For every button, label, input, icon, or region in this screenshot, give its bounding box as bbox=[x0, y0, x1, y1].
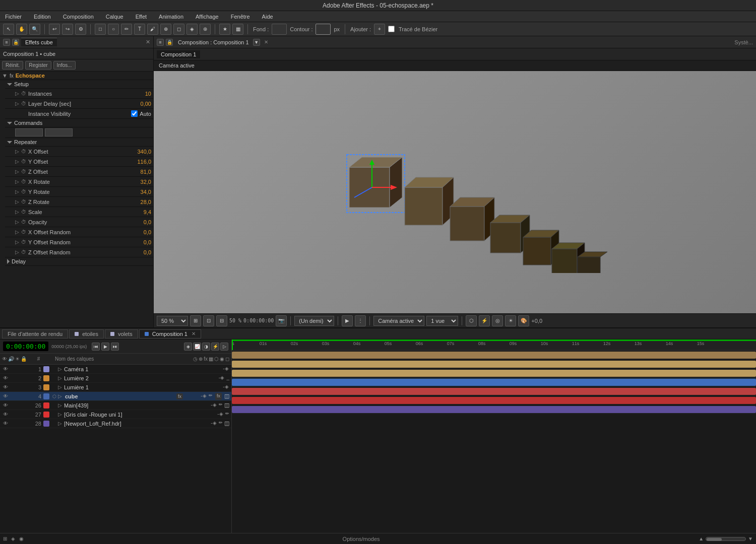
menu-aide[interactable]: Aide bbox=[259, 13, 276, 21]
graph-editor-btn[interactable]: 📈 bbox=[193, 343, 201, 351]
rouge-expand-icon[interactable]: ▷ bbox=[58, 412, 63, 417]
layer-lumiere1[interactable]: 👁 3 ▷ Lumière 1 -◈ bbox=[0, 383, 231, 392]
cube-expand-icon[interactable]: ▷ bbox=[58, 393, 63, 399]
viewer-color-btn[interactable]: 🎨 bbox=[518, 315, 529, 326]
z-rotate-value[interactable]: 28,0 bbox=[131, 199, 151, 205]
tool-pen[interactable]: ✏ bbox=[121, 24, 132, 35]
tool-undo[interactable]: ↩ bbox=[49, 24, 60, 35]
scroll-up-btn[interactable]: ▲ bbox=[699, 536, 704, 541]
timeline-ruler[interactable]: 0s 01s 02s 03s 04s 05s 06s 07s 08s 09s 1… bbox=[232, 339, 756, 351]
scroll-bar[interactable] bbox=[706, 537, 746, 541]
viewer-fast-btn[interactable]: ⚡ bbox=[479, 315, 490, 326]
viewer-motion-btn[interactable]: ◎ bbox=[492, 315, 503, 326]
lumiere2-expand-icon[interactable]: ▷ bbox=[58, 375, 63, 381]
x-offset-random-value[interactable]: 0,0 bbox=[131, 229, 151, 235]
viewer-exposure-btn[interactable]: ☀ bbox=[505, 315, 516, 326]
tool-align[interactable]: ▦ bbox=[232, 24, 243, 35]
add-marker-btn[interactable]: ◈ bbox=[184, 343, 192, 351]
tool-brush[interactable]: 🖌 bbox=[147, 24, 158, 35]
camera-dropdown[interactable]: Caméra active bbox=[373, 316, 424, 326]
tab-etoiles[interactable]: etoiles bbox=[69, 329, 104, 338]
views-dropdown[interactable]: 1 vue 2 vues bbox=[426, 316, 458, 326]
panel-lock-btn[interactable]: 🔒 bbox=[12, 39, 19, 46]
tab-render-queue[interactable]: File d'attente de rendu bbox=[2, 329, 68, 338]
setup-header[interactable]: Setup bbox=[5, 80, 153, 89]
menu-fenetre[interactable]: Fenêtre bbox=[228, 13, 253, 21]
panel-menu-btn[interactable]: ≡ bbox=[3, 39, 10, 46]
menu-affichage[interactable]: Affichage bbox=[193, 13, 222, 21]
draft-btn[interactable]: ⚡ bbox=[211, 343, 219, 351]
viewer-fit-btn[interactable]: ⊞ bbox=[190, 315, 201, 326]
y-offset-value[interactable]: 116,0 bbox=[131, 159, 151, 165]
scroll-down-btn[interactable]: ▼ bbox=[748, 536, 753, 541]
instance-vis-checkbox[interactable] bbox=[131, 110, 138, 117]
layer-cube[interactable]: 👁 4 ⬡ ▷ cube fx -◈ ✏ fx ◫ bbox=[0, 392, 231, 401]
tab-volets[interactable]: volets bbox=[105, 329, 138, 338]
motion-blur-btn[interactable]: ◑ bbox=[202, 343, 210, 351]
tool-zoom[interactable]: 🔍 bbox=[29, 24, 40, 35]
z-offset-value[interactable]: 81,0 bbox=[131, 169, 151, 175]
goto-start-btn[interactable]: ⏮ bbox=[92, 343, 100, 351]
viewer-safe-btn[interactable]: ⊡ bbox=[203, 315, 214, 326]
time-display[interactable]: 0:00:00:00 bbox=[3, 342, 48, 351]
menu-animation[interactable]: Animation bbox=[156, 13, 186, 21]
layer-lumiere2[interactable]: 👁 2 ▷ Lumière 2 -◈ _ bbox=[0, 374, 231, 383]
repeater-header[interactable]: Repeater bbox=[5, 138, 153, 147]
x-offset-value[interactable]: 340,0 bbox=[131, 149, 151, 155]
tool-text[interactable]: T bbox=[134, 24, 145, 35]
tab-comp1[interactable]: Composition 1 ✕ bbox=[139, 329, 201, 338]
main-expand-icon[interactable]: ▷ bbox=[58, 402, 63, 408]
zoom-dropdown[interactable]: 50 % 100 % 25 % bbox=[157, 316, 188, 326]
tool-puppet[interactable]: ⊛ bbox=[200, 24, 211, 35]
tool-hand[interactable]: ✋ bbox=[16, 24, 27, 35]
cmd-btn-2[interactable] bbox=[45, 128, 73, 137]
menu-calque[interactable]: Calque bbox=[103, 13, 127, 21]
echospace-header[interactable]: ▼ fx Echospace bbox=[0, 72, 153, 80]
instances-value[interactable]: 10 bbox=[131, 91, 151, 97]
comp-panel-dropdown[interactable]: ▼ bbox=[253, 39, 260, 46]
contour-color[interactable] bbox=[316, 24, 331, 35]
reinit-btn[interactable]: Réinit. bbox=[2, 61, 23, 70]
viewer-camera-btn[interactable]: 📷 bbox=[276, 315, 287, 326]
viewer-3d-btn[interactable]: ⬡ bbox=[466, 315, 477, 326]
mask-checkbox[interactable] bbox=[388, 26, 395, 32]
menu-composition[interactable]: Composition bbox=[60, 13, 97, 21]
layer-delay-value[interactable]: 0,00 bbox=[131, 101, 151, 107]
viewer-grid-btn[interactable]: ⊟ bbox=[216, 315, 227, 326]
register-btn[interactable]: Register bbox=[25, 61, 51, 70]
viewer-aa-btn[interactable]: ⋮ bbox=[355, 315, 366, 326]
viewer-render-btn[interactable]: ▶ bbox=[342, 315, 353, 326]
playhead[interactable] bbox=[232, 339, 233, 350]
comp-panel-lock-btn[interactable]: 🔒 bbox=[166, 39, 173, 46]
layer-camera1[interactable]: 👁 1 ▷ Caméra 1 -◈ bbox=[0, 365, 231, 374]
z-offset-random-value[interactable]: 0,0 bbox=[131, 249, 151, 255]
x-rotate-value[interactable]: 32,0 bbox=[131, 179, 151, 185]
footer-btn-1[interactable]: ⊞ bbox=[3, 536, 7, 541]
quality-dropdown[interactable]: (Un demi) Complète bbox=[294, 316, 334, 326]
footer-btn-3[interactable]: ◉ bbox=[19, 536, 24, 541]
composition-viewport[interactable] bbox=[154, 71, 756, 313]
effects-panel-tab[interactable]: Effets cube bbox=[21, 38, 57, 46]
goto-end-btn[interactable]: ⏭ bbox=[111, 343, 119, 351]
lumiere1-expand-icon[interactable]: ▷ bbox=[58, 384, 63, 390]
comp1-tab[interactable]: Composition 1 bbox=[157, 50, 200, 58]
tool-select[interactable]: ↖ bbox=[3, 24, 14, 35]
tool-rect[interactable]: □ bbox=[95, 24, 106, 35]
comp-panel-menu-btn[interactable]: ≡ bbox=[157, 39, 164, 46]
comp1-tab-close[interactable]: ✕ bbox=[192, 331, 196, 336]
camera1-expand-icon[interactable]: ▷ bbox=[58, 366, 63, 372]
tool-star[interactable]: ★ bbox=[219, 24, 230, 35]
tool-clone[interactable]: ⊕ bbox=[160, 24, 171, 35]
tool-roto[interactable]: ◈ bbox=[186, 24, 198, 35]
panel-close-btn[interactable]: ✕ bbox=[146, 39, 150, 45]
layer-main[interactable]: 👁 26 ▷ Main[439] -◈ ✏ ◫ bbox=[0, 401, 231, 410]
tool-eraser[interactable]: ◻ bbox=[173, 24, 184, 35]
fond-color[interactable] bbox=[272, 24, 287, 35]
infos-btn[interactable]: Infos... bbox=[53, 61, 76, 70]
y-rotate-value[interactable]: 34,0 bbox=[131, 189, 151, 195]
play-btn[interactable]: ▶ bbox=[101, 343, 109, 351]
tool-redo[interactable]: ↪ bbox=[62, 24, 73, 35]
menu-edition[interactable]: Edition bbox=[31, 13, 54, 21]
layer-rouge[interactable]: 👁 27 ▷ [Gris clair -Rouge uni 1] -◈ ✏ bbox=[0, 410, 231, 419]
scroll-thumb[interactable] bbox=[707, 538, 722, 541]
